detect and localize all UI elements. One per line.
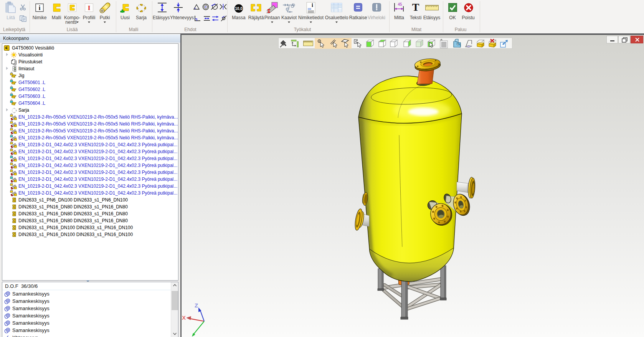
svg-text:Z: Z xyxy=(195,302,198,309)
svg-text:45: 45 xyxy=(398,2,402,7)
svg-text:i: i xyxy=(39,4,41,12)
svg-text:10,0: 10,0 xyxy=(235,7,243,11)
svg-text:I: I xyxy=(88,4,91,12)
svg-text:X: X xyxy=(182,314,186,321)
svg-text:i: i xyxy=(312,2,313,8)
